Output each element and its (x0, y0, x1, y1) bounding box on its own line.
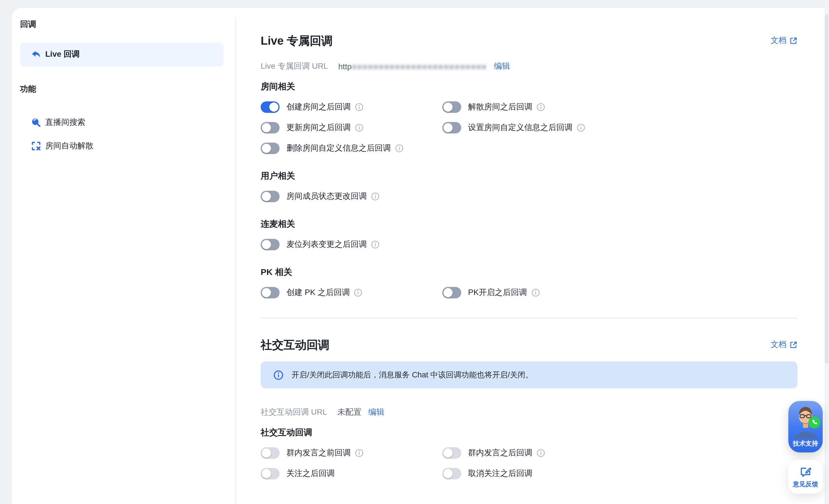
toggle-switch[interactable] (261, 447, 280, 459)
live-section-title: Live 专属回调 (261, 33, 332, 48)
sidebar-divider (236, 17, 236, 504)
toggle-switch[interactable] (261, 287, 280, 298)
sidebar-item-live-room-search[interactable]: 直播间搜索 (20, 111, 223, 135)
toggle-switch[interactable] (442, 122, 461, 134)
toggle-group: 连麦相关 麦位列表变更之后回调 (261, 219, 797, 250)
main-content: Live 专属回调 文档 Live 专属回调 URL http ●●●●●●●●… (261, 0, 797, 479)
info-icon[interactable] (395, 144, 403, 152)
toggle-knob (262, 144, 271, 153)
url-visible-prefix: http (338, 62, 352, 71)
toggle-row-item: 麦位列表变更之后回调 (261, 239, 379, 250)
reply-icon (31, 49, 41, 60)
social-callback-url-row: 社交互动回调 URL 未配置 编辑 (261, 407, 797, 418)
social-section-header: 社交互动回调 文档 (261, 337, 797, 353)
live-callback-url-row: Live 专属回调 URL http ●●●●●●●●●●●●●●●●●●●●●… (261, 61, 797, 72)
info-icon[interactable] (355, 449, 363, 457)
toggle-row: 创建房间之后回调 解散房间之后回调 (261, 101, 797, 113)
toggle-switch[interactable] (442, 287, 461, 298)
toggle-label: 麦位列表变更之后回调 (286, 240, 367, 250)
edit-live-url-link[interactable]: 编辑 (494, 61, 510, 72)
toggle-row-item: 删除房间自定义信息之后回调 (261, 143, 403, 154)
toggle-switch[interactable] (442, 468, 461, 479)
external-link-icon (790, 37, 797, 45)
toggle-knob (443, 288, 453, 297)
toggle-switch[interactable] (261, 101, 280, 113)
edit-social-url-link[interactable]: 编辑 (368, 407, 385, 418)
toggle-switch[interactable] (261, 468, 280, 479)
toggle-row-item: 创建 PK 之后回调 (261, 287, 442, 298)
group-heading: PK 相关 (261, 267, 797, 278)
scrollbar-thumb[interactable] (825, 14, 828, 364)
toggle-row-item: PK开启之后回调 (442, 287, 539, 298)
group-heading: 房间相关 (261, 81, 797, 92)
toggle-row-item: 取消关注之后回调 (442, 468, 532, 479)
toggle-group: 房间相关 创建房间之后回调 解散房间之后回调 更新房间之后回调 设置房间自定义信… (261, 81, 797, 154)
toggle-label: 取消关注之后回调 (468, 468, 532, 479)
info-icon[interactable] (355, 103, 363, 111)
toggle-knob (443, 103, 453, 112)
toggle-knob (262, 288, 271, 297)
toggle-switch[interactable] (442, 101, 461, 113)
social-subheading: 社交互动回调 (261, 427, 797, 438)
info-icon[interactable] (537, 103, 545, 111)
sidebar-item-room-auto-dismiss[interactable]: 房间自动解散 (20, 134, 223, 158)
toggle-switch[interactable] (261, 143, 280, 154)
feedback-icon (799, 466, 812, 478)
toggle-knob (443, 123, 453, 132)
live-room-search-icon (31, 117, 41, 128)
sidebar: 回调 Live 回调 功能 直播间搜索 (12, 8, 236, 504)
social-section-title: 社交互动回调 (261, 337, 329, 353)
toggle-knob (269, 103, 279, 112)
toggle-row: 群内发言之前回调 群内发言之后回调 (261, 447, 797, 459)
feedback-widget[interactable]: 意见反馈 (788, 460, 823, 494)
info-icon[interactable] (371, 192, 379, 201)
info-icon[interactable] (355, 124, 363, 132)
social-toggle-rows: 群内发言之前回调 群内发言之后回调 关注之后回调 取消关注之后回调 (261, 447, 797, 479)
info-icon[interactable] (354, 289, 362, 297)
doc-link-social[interactable]: 文档 (770, 339, 797, 350)
banner-text: 开启/关闭此回调功能后，消息服务 Chat 中该回调功能也将开启/关闭。 (292, 370, 533, 380)
toggle-knob (262, 240, 271, 249)
toggle-label: 创建 PK 之后回调 (286, 288, 350, 298)
toggle-switch[interactable] (261, 122, 280, 134)
toggle-knob (262, 192, 271, 201)
doc-link-live[interactable]: 文档 (770, 36, 797, 46)
info-icon[interactable] (577, 124, 585, 132)
toggle-group: 用户相关 房间成员状态更改回调 (261, 171, 797, 202)
toggle-label: 更新房间之后回调 (286, 122, 351, 133)
toggle-row-item: 关注之后回调 (261, 468, 442, 479)
toggle-row: 更新房间之后回调 设置房间自定义信息之后回调 (261, 122, 797, 134)
page: 回调 Live 回调 功能 直播间搜索 (0, 0, 829, 504)
toggle-knob (262, 123, 271, 132)
toggle-group: PK 相关 创建 PK 之后回调 PK开启之后回调 (261, 267, 797, 298)
toggle-row-item: 创建房间之后回调 (261, 101, 442, 113)
social-callback-url-value: 未配置 (337, 407, 361, 418)
doc-link-label: 文档 (770, 339, 787, 350)
info-icon[interactable] (371, 241, 379, 249)
feedback-label: 意见反馈 (793, 480, 818, 489)
toggle-label: 关注之后回调 (286, 468, 334, 479)
live-callback-url-label: Live 专属回调 URL (261, 61, 328, 72)
toggle-label: 解散房间之后回调 (468, 102, 532, 112)
live-section-header: Live 专属回调 文档 (261, 33, 797, 49)
toggle-row-item: 更新房间之后回调 (261, 122, 442, 134)
sidebar-item-live-callback[interactable]: Live 回调 (20, 42, 223, 66)
toggle-switch[interactable] (261, 191, 280, 202)
toggle-label: 群内发言之后回调 (468, 448, 532, 458)
toggle-label: 删除房间自定义信息之后回调 (286, 143, 391, 153)
toggle-label: PK开启之后回调 (468, 288, 527, 298)
toggle-switch[interactable] (442, 447, 461, 459)
live-toggle-groups: 房间相关 创建房间之后回调 解散房间之后回调 更新房间之后回调 设置房间自定义信… (261, 81, 797, 298)
external-link-icon (790, 341, 797, 349)
tech-support-label: 技术支持 (788, 439, 823, 448)
toggle-label: 创建房间之后回调 (286, 102, 351, 112)
info-icon[interactable] (531, 289, 539, 297)
toggle-label: 设置房间自定义信息之后回调 (468, 122, 572, 133)
info-icon[interactable] (537, 449, 545, 457)
info-banner: 开启/关闭此回调功能后，消息服务 Chat 中该回调功能也将开启/关闭。 (261, 361, 797, 388)
toggle-label: 群内发言之前回调 (286, 448, 351, 458)
toggle-switch[interactable] (261, 239, 280, 250)
toggle-row-item: 房间成员状态更改回调 (261, 191, 379, 202)
tech-support-widget[interactable]: 技术支持 (788, 401, 823, 453)
group-heading: 用户相关 (261, 171, 797, 182)
